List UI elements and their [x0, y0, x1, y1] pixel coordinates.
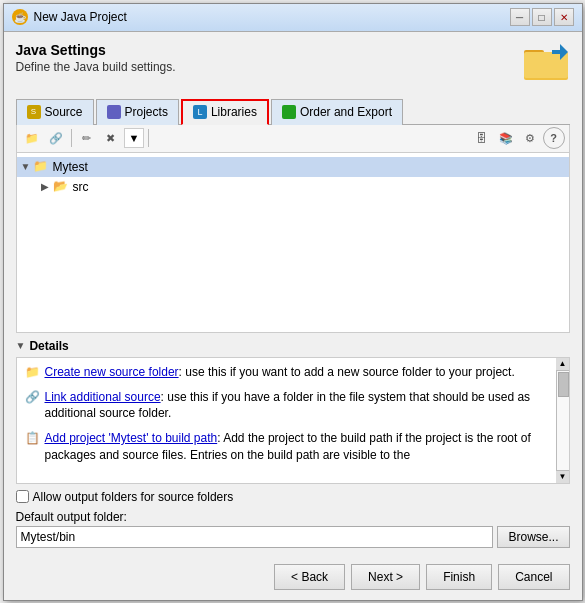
tree-label-mytest: Mytest	[53, 160, 88, 174]
projects-tab-label: Projects	[125, 105, 168, 119]
scroll-up-button[interactable]: ▲	[556, 358, 569, 371]
remove-button[interactable]: ✖	[100, 127, 122, 149]
details-item-link-text: Link additional source: use this if you …	[45, 389, 547, 423]
toolbar-separator-2	[148, 129, 149, 147]
create-source-desc: : use this if you want to add a new sour…	[179, 365, 515, 379]
tree-item-src[interactable]: ▶ 📂 src	[17, 177, 569, 197]
libraries-tab-icon: L	[193, 105, 207, 119]
libraries-tab-label: Libraries	[211, 105, 257, 119]
toolbar: 📁 🔗 ✏ ✖ ▼ 🗄 📚 ⚙ ?	[16, 125, 570, 153]
output-folder-input[interactable]	[16, 526, 494, 548]
svg-rect-4	[552, 50, 560, 54]
scroll-thumb[interactable]	[558, 372, 569, 397]
allow-output-row: Allow output folders for source folders	[16, 490, 570, 504]
source-tab-label: Source	[45, 105, 83, 119]
edit-button[interactable]: ✏	[76, 127, 98, 149]
project-icon: 📁	[33, 159, 49, 175]
scroll-track	[557, 371, 569, 470]
output-input-row: Browse...	[16, 526, 570, 548]
add-library-button[interactable]: 📚	[495, 127, 517, 149]
bottom-section: Allow output folders for source folders …	[16, 490, 570, 548]
add-source-folder-button[interactable]: 📁	[21, 127, 43, 149]
next-button[interactable]: Next >	[351, 564, 420, 590]
scroll-down-button[interactable]: ▼	[556, 470, 569, 483]
link-source-link[interactable]: Link additional source	[45, 390, 161, 404]
dialog-buttons: < Back Next > Finish Cancel	[16, 558, 570, 590]
tree-label-src: src	[73, 180, 89, 194]
details-section: ▼ Details 📁 Create new source folder: us…	[16, 339, 570, 484]
output-folder-row: Default output folder:	[16, 510, 570, 524]
help-button[interactable]: ?	[543, 127, 565, 149]
src-folder-icon: 📂	[53, 179, 69, 195]
allow-output-label: Allow output folders for source folders	[33, 490, 234, 504]
create-source-icon: 📁	[25, 365, 41, 381]
details-item-add-project-text: Add project 'Mytest' to build path: Add …	[45, 430, 547, 464]
add-classpath-button[interactable]: ⚙	[519, 127, 541, 149]
details-header-label: Details	[29, 339, 68, 353]
back-button[interactable]: < Back	[274, 564, 345, 590]
header-icon	[522, 42, 570, 90]
browse-button[interactable]: Browse...	[497, 526, 569, 548]
details-item-create: 📁 Create new source folder: use this if …	[25, 364, 561, 381]
maximize-button[interactable]: □	[532, 8, 552, 26]
details-content: 📁 Create new source folder: use this if …	[16, 357, 570, 484]
tab-order[interactable]: Order and Export	[271, 99, 403, 125]
details-item-create-text: Create new source folder: use this if yo…	[45, 364, 515, 381]
dropdown-arrow-icon: ▼	[129, 132, 140, 144]
link-source-button[interactable]: 🔗	[45, 127, 67, 149]
details-item-add-project: 📋 Add project 'Mytest' to build path: Ad…	[25, 430, 561, 464]
page-title: Java Settings	[16, 42, 176, 58]
toolbar-separator-1	[71, 129, 72, 147]
tabs-container: S Source Projects L Libraries Order and …	[16, 98, 570, 125]
tab-source[interactable]: S Source	[16, 99, 94, 125]
add-project-icon: 📋	[25, 431, 41, 447]
order-tab-icon	[282, 105, 296, 119]
finish-button[interactable]: Finish	[426, 564, 492, 590]
details-header[interactable]: ▼ Details	[16, 339, 570, 353]
tree-expand-mytest[interactable]: ▼	[21, 161, 33, 172]
app-icon: ☕	[12, 9, 28, 25]
toolbar-right: 🗄 📚 ⚙ ?	[471, 127, 565, 149]
create-source-link[interactable]: Create new source folder	[45, 365, 179, 379]
add-jar-button[interactable]: 🗄	[471, 127, 493, 149]
main-window: ☕ New Java Project ─ □ ✕ Java Settings D…	[3, 3, 583, 601]
output-folder-label: Default output folder:	[16, 510, 127, 524]
minimize-button[interactable]: ─	[510, 8, 530, 26]
details-collapse-arrow: ▼	[16, 340, 26, 351]
allow-output-checkbox[interactable]	[16, 490, 29, 503]
tree-item-mytest[interactable]: ▼ 📁 Mytest	[17, 157, 569, 177]
window-title: New Java Project	[34, 10, 127, 24]
title-bar: ☕ New Java Project ─ □ ✕	[4, 4, 582, 32]
toolbar-dropdown[interactable]: ▼	[124, 128, 145, 148]
title-bar-left: ☕ New Java Project	[12, 9, 127, 25]
folder-svg-icon	[522, 42, 570, 82]
tab-projects[interactable]: Projects	[96, 99, 179, 125]
add-project-link[interactable]: Add project 'Mytest' to build path	[45, 431, 218, 445]
details-item-link: 🔗 Link additional source: use this if yo…	[25, 389, 561, 423]
source-tab-icon: S	[27, 105, 41, 119]
content-area: Java Settings Define the Java build sett…	[4, 32, 582, 600]
details-scrollbar[interactable]: ▲ ▼	[556, 358, 569, 483]
order-tab-label: Order and Export	[300, 105, 392, 119]
header-text: Java Settings Define the Java build sett…	[16, 42, 176, 74]
tree-expand-src[interactable]: ▶	[41, 181, 53, 192]
cancel-button[interactable]: Cancel	[498, 564, 569, 590]
projects-tab-icon	[107, 105, 121, 119]
link-source-icon: 🔗	[25, 390, 41, 406]
page-subtitle: Define the Java build settings.	[16, 60, 176, 74]
window-controls: ─ □ ✕	[510, 8, 574, 26]
tab-libraries[interactable]: L Libraries	[181, 99, 269, 125]
header-section: Java Settings Define the Java build sett…	[16, 42, 570, 90]
tree-panel[interactable]: ▼ 📁 Mytest ▶ 📂 src	[16, 153, 570, 333]
close-button[interactable]: ✕	[554, 8, 574, 26]
